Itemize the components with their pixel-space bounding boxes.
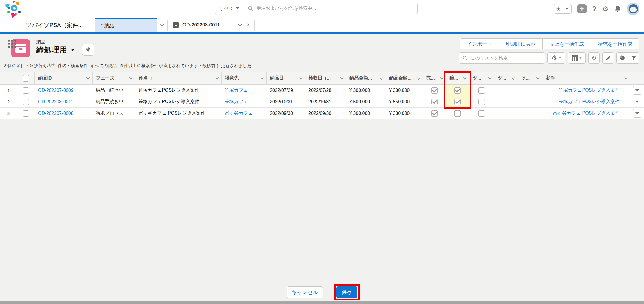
chevron-down-icon [236,7,239,9]
header-delivery-id[interactable]: 納品ID [34,72,92,85]
row-actions-button[interactable] [633,109,641,118]
customer-link[interactable]: 笹塚カフェ [225,88,248,92]
list-summary: 3 個の項目・並び替え基準: 件名・検索条件: すべての納品 - 5 件以上の検… [4,63,252,69]
header-customer[interactable]: 得意先 [221,72,266,85]
header-amount-tax[interactable]: 納品金額... [386,72,423,85]
table-row: 3 OD-202207-0008 請求プロセス 富ヶ谷カフェ POSレジ導入案件… [0,108,644,119]
refresh-icon: ↻ [591,54,597,62]
tab-divider [95,20,95,31]
header-amount[interactable]: 納品金額... [346,72,386,85]
header-subject[interactable]: 件名↑ [135,72,221,85]
customer-link[interactable]: 笹塚カフェ [225,99,248,104]
chevron-down-icon [417,76,420,80]
closing-checkbox[interactable] [454,99,461,105]
close-icon[interactable]: × [247,22,250,28]
sales-checkbox[interactable] [431,99,438,105]
inspection-date-cell: 2022/10/31 [305,96,346,108]
star-icon[interactable]: ★ [554,4,563,13]
gear-icon[interactable]: ⚙ [602,5,608,13]
header-sales[interactable]: 売... [423,72,446,85]
avatar[interactable] [627,3,639,15]
row-number: 2 [0,96,17,108]
global-search: すべて [215,3,418,14]
chevron-down-icon [129,76,133,80]
header-phase[interactable]: フェーズ [92,72,135,85]
help-icon[interactable]: ? [592,5,597,13]
tool-checkbox[interactable] [478,110,485,117]
sales-checkbox[interactable] [431,87,438,94]
global-search-input[interactable] [256,6,417,11]
delivery-id-link[interactable]: OD-202207-0008 [38,111,74,116]
cancel-button[interactable]: キャンセル [287,286,323,298]
bell-icon[interactable] [614,5,621,13]
chevron-down-icon[interactable] [238,22,242,26]
sales-checkbox[interactable] [431,110,438,117]
import-button[interactable]: インポート [460,38,499,49]
chevron-down-icon [260,76,264,80]
edit-button[interactable] [602,52,614,64]
favorites-dropdown-button[interactable] [563,4,571,13]
inspection-date-cell: 2022/09/30 [305,108,346,119]
header-tool2[interactable]: ツ... [494,72,518,85]
plus-icon[interactable]: + [577,4,587,13]
chevron-down-icon [380,76,383,80]
search-scope-selector[interactable]: すべて [215,3,243,14]
list-settings-button[interactable]: ⚙ [547,52,565,64]
tool-checkbox[interactable] [478,87,485,94]
chevron-down-icon [559,57,561,59]
filter-button[interactable] [628,52,639,64]
project-link[interactable]: 笹塚カフェPOSレジ導入案件 [559,99,620,104]
delivery-date-cell: 2022/07/29 [266,85,305,96]
customer-link[interactable]: 富ヶ谷カフェ [225,111,253,115]
charts-button[interactable] [616,52,628,64]
phase-cell: 納品手続き中 [92,85,135,96]
save-button-label: 保存 [342,289,352,295]
header-row-actions [630,72,644,85]
delivery-id-link[interactable]: OD-202208-0011 [38,99,73,104]
list-tools: ⚙ ↻ [459,52,639,64]
refresh-button[interactable]: ↻ [588,52,600,64]
inline-edit-footer: キャンセル 保存 [0,283,644,301]
header-tool3[interactable]: ツ... [518,72,542,85]
chevron-down-icon [299,76,303,80]
project-link[interactable]: 笹塚カフェPOSレジ導入案件 [559,88,620,92]
bulk-invoice-button[interactable]: 請求を一括作成 [591,38,639,49]
printable-view-button[interactable]: 印刷用に表示 [499,38,543,49]
row-select-checkbox[interactable] [23,110,29,117]
app-name[interactable]: ツバイソPSA（案件... [26,18,83,32]
save-button[interactable]: 保存 [336,286,357,298]
row-select-checkbox[interactable] [23,99,29,105]
tab-nohin-dropdown[interactable] [157,18,167,32]
closing-checkbox[interactable] [454,110,461,117]
app-launcher-icon[interactable] [8,40,18,49]
select-all-checkbox[interactable] [23,75,29,82]
tab-record-od-202208-0011[interactable]: OD-202208-0011 × [168,18,254,32]
tab-divider [254,20,255,31]
chevron-down-icon [215,76,219,80]
header-delivery-date[interactable]: 納品日 [266,72,305,85]
amount-tax-cell: ¥ 330,000 [386,85,423,96]
tab-nohin[interactable]: * 納品 [95,18,157,32]
pencil-icon [605,55,611,61]
display-as-button[interactable] [568,52,586,64]
delivery-list-table: 納品ID フェーズ 件名↑ 得意先 納品日 検収日（... 納品金額... 納品… [0,72,644,119]
row-actions-button[interactable] [633,98,641,106]
tool-checkbox[interactable] [478,99,485,105]
delivery-date-cell: 2022/09/30 [266,108,305,119]
subject-cell: 笹塚カフェPOSレジ導入案件 [135,85,221,96]
list-search-input[interactable] [470,55,541,61]
header-closing[interactable]: 締... [446,72,469,85]
row-select-checkbox[interactable] [23,87,29,94]
closing-checkbox[interactable] [454,87,461,94]
delivery-id-link[interactable]: OD-202207-0009 [38,88,74,93]
project-link[interactable]: 富ヶ谷カフェ POSレジ導入案件 [553,111,620,115]
header-tool1[interactable]: ツ... [469,72,494,85]
list-view-selector[interactable]: 締処理用 [36,45,75,55]
row-actions-button[interactable] [633,86,641,95]
amount-cell: ¥ 300,000 [346,108,386,119]
bulk-sales-button[interactable]: 売上を一括作成 [543,38,591,49]
favorites-split-button: ★ [554,4,572,14]
pin-icon[interactable] [82,44,94,56]
header-inspection-date[interactable]: 検収日（... [305,72,346,85]
header-project[interactable]: 案件 [542,72,630,85]
